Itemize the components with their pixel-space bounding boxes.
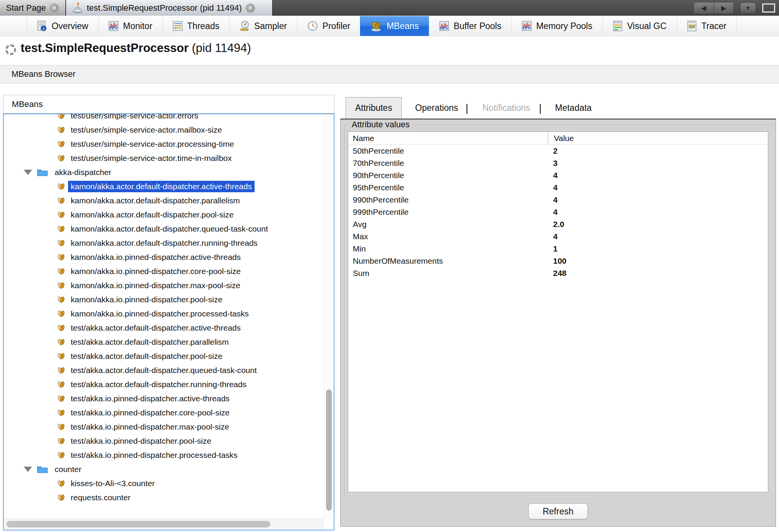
close-icon[interactable]: ✕	[246, 3, 255, 13]
tree-row[interactable]: test/akka.actor.default-dispatcher.pool-…	[4, 349, 324, 363]
attribute-name: 70thPercentile	[348, 159, 548, 168]
tree-row-label: kisses-to-Ali-<3.counter	[68, 478, 157, 489]
tree-row[interactable]: kamon/akka.actor.default-dispatcher.runn…	[4, 236, 324, 250]
tree-vertical-scrollbar-thumb[interactable]	[326, 389, 332, 511]
attribute-row[interactable]: NumberOfMeasurements 100	[348, 255, 768, 267]
attribute-row[interactable]: 50thPercentile 2	[348, 145, 768, 157]
tree-row-label: kamon/akka.actor.default-dispatcher.para…	[68, 195, 242, 206]
buffer-pools-chart-icon	[439, 21, 449, 31]
attribute-row[interactable]: Max 4	[348, 230, 768, 243]
mbeans-browser-label: MBeans Browser	[11, 69, 76, 79]
mbean-icon	[57, 479, 65, 488]
toolbar-button-buffer-pools[interactable]: Buffer Pools	[429, 16, 511, 36]
tree-row[interactable]: test/akka.io.pinned-dispatcher.max-pool-…	[4, 420, 324, 434]
refresh-button[interactable]: Refresh	[528, 503, 588, 519]
tree-row[interactable]: akka-dispatcher	[4, 165, 324, 179]
attribute-value: 2	[548, 146, 768, 156]
tab-start-page-label: Start Page	[6, 3, 46, 13]
tree-row[interactable]: test/akka.io.pinned-dispatcher.active-th…	[4, 391, 324, 405]
tree-row-label: kamon/akka.actor.default-dispatcher.runn…	[68, 237, 260, 249]
mbean-icon	[57, 409, 65, 417]
mbean-icon	[57, 451, 65, 459]
attribute-row[interactable]: Avg 2.0	[348, 218, 768, 230]
collapse-arrow-icon[interactable]	[24, 467, 32, 472]
attribute-row[interactable]: 90thPercentile 4	[348, 169, 768, 182]
toolbar-button-tracer[interactable]: Tracer	[677, 16, 737, 36]
mbean-icon	[57, 211, 65, 219]
tree-row[interactable]: test/akka.io.pinned-dispatcher.core-pool…	[4, 405, 324, 420]
tree-horizontal-scrollbar[interactable]	[4, 519, 324, 529]
tab-notifications: Notifications	[473, 97, 539, 118]
mbean-icon	[57, 182, 65, 191]
tree-row[interactable]: counter	[4, 462, 324, 476]
attribute-row[interactable]: 990thPercentile 4	[348, 194, 768, 206]
tree-horizontal-scrollbar-thumb[interactable]	[6, 521, 270, 527]
tree-row-label: kamon/akka.actor.default-dispatcher.acti…	[68, 181, 255, 192]
toolbar-button-memory-pools[interactable]: Memory Pools	[511, 16, 602, 36]
forward-button[interactable]: ▶	[714, 2, 734, 14]
tree-row[interactable]: test/akka.io.pinned-dispatcher.pool-size	[4, 434, 324, 448]
tree-vertical-scrollbar[interactable]	[324, 115, 333, 519]
attribute-row[interactable]: Min 1	[348, 243, 768, 255]
tree-row[interactable]: kamon/akka.io.pinned-dispatcher.max-pool…	[4, 278, 324, 292]
back-button[interactable]: ◀	[694, 2, 714, 14]
tab-attributes[interactable]: Attributes	[346, 97, 402, 118]
tree-row[interactable]: kamon/akka.io.pinned-dispatcher.processe…	[4, 307, 324, 321]
tree-row-label: test/akka.actor.default-dispatcher.activ…	[68, 322, 243, 334]
tree-row[interactable]: test/akka.actor.default-dispatcher.activ…	[4, 321, 324, 335]
tree-row[interactable]: kamon/akka.actor.default-dispatcher.acti…	[4, 179, 324, 193]
tab-list-dropdown-button[interactable]: ▼	[740, 2, 756, 14]
attribute-value: 4	[548, 232, 768, 241]
column-header-value[interactable]: Value	[548, 132, 768, 144]
attribute-row[interactable]: 70thPercentile 3	[348, 157, 768, 169]
tree-row[interactable]: kamon/akka.io.pinned-dispatcher.active-t…	[4, 250, 324, 264]
tree-row[interactable]: test/akka.actor.default-dispatcher.queue…	[4, 363, 324, 377]
tab-operations[interactable]: Operations	[406, 97, 467, 118]
overview-icon: i	[37, 21, 47, 31]
toolbar-button-mbeans[interactable]: MBeans	[360, 16, 428, 36]
toolbar-button-sampler[interactable]: Sampler	[229, 16, 297, 36]
collapse-arrow-icon[interactable]	[24, 170, 32, 175]
toolbar-button-profiler[interactable]: Profiler	[297, 16, 360, 36]
tab-start-page[interactable]: Start Page ✕	[0, 0, 66, 16]
toolbar-button-overview[interactable]: i Overview	[27, 16, 98, 36]
column-header-name[interactable]: Name	[348, 134, 548, 143]
maximize-button[interactable]	[762, 3, 775, 13]
toolbar-button-monitor[interactable]: Monitor	[98, 16, 162, 36]
mbean-icon	[57, 295, 65, 304]
tree-row[interactable]: kamon/akka.io.pinned-dispatcher.core-poo…	[4, 264, 324, 278]
tree-row[interactable]: test/user/simple-service-actor.processin…	[4, 137, 324, 151]
tree-row[interactable]: test/user/simple-service-actor.errors	[4, 114, 324, 123]
close-icon[interactable]: ✕	[50, 3, 59, 13]
tree-row[interactable]: kamon/akka.actor.default-dispatcher.queu…	[4, 222, 324, 236]
tree-row[interactable]: requests.counter	[4, 490, 324, 504]
tree-row[interactable]: kisses-to-Ali-<3.counter	[4, 476, 324, 490]
attribute-name: Sum	[348, 269, 548, 278]
attribute-row[interactable]: 999thPercentile 4	[348, 206, 768, 218]
tree-row[interactable]: kamon/akka.io.pinned-dispatcher.pool-siz…	[4, 292, 324, 307]
mbean-icon	[57, 267, 65, 276]
chevron-down-icon: ▼	[745, 5, 751, 11]
mbeans-tree-header: MBeans	[3, 95, 334, 114]
monitor-chart-icon	[109, 21, 118, 31]
mbean-icon	[57, 126, 65, 134]
tree-row[interactable]: test/akka.actor.default-dispatcher.runni…	[4, 377, 324, 391]
attribute-name: Min	[348, 244, 548, 253]
document-tab-bar: Start Page ✕ test.SimpleRequestProcessor…	[0, 0, 779, 16]
attribute-row[interactable]: Sum 248	[348, 267, 768, 279]
attribute-value: 4	[548, 171, 768, 180]
attribute-row[interactable]: 95thPercentile 4	[348, 182, 768, 194]
tree-row[interactable]: kamon/akka.actor.default-dispatcher.pool…	[4, 208, 324, 222]
tab-simple-request-processor[interactable]: test.SimpleRequestProcessor (pid 11494) …	[66, 0, 273, 16]
mbeans-tree-viewport: test/user/simple-service-actor.errors te…	[4, 114, 324, 518]
tree-row[interactable]: test/user/simple-service-actor.time-in-m…	[4, 151, 324, 165]
toolbar-button-threads[interactable]: Threads	[162, 16, 229, 36]
toolbar-button-visual-gc[interactable]: Visual GC	[602, 16, 677, 36]
attribute-value: 1	[548, 244, 768, 253]
tab-metadata[interactable]: Metadata	[546, 97, 601, 118]
tree-row[interactable]: kamon/akka.actor.default-dispatcher.para…	[4, 193, 324, 208]
tree-row[interactable]: test/akka.actor.default-dispatcher.paral…	[4, 335, 324, 349]
tree-row[interactable]: test/akka.io.pinned-dispatcher.processed…	[4, 448, 324, 462]
tree-row[interactable]: test/user/simple-service-actor.mailbox-s…	[4, 123, 324, 137]
tree-row-label: kamon/akka.io.pinned-dispatcher.active-t…	[68, 251, 243, 263]
